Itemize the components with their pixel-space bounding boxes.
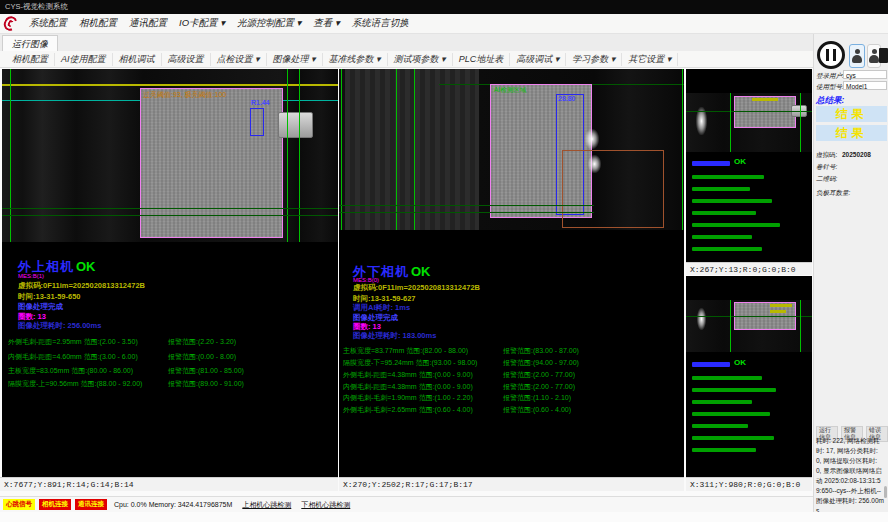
- threshold-overlay-label: 过亮阈值:93, 极亮阈值:100: [143, 90, 226, 100]
- preview-title-text: [692, 161, 730, 166]
- right-control-panel: 登录用户: cys 使用型号: Model1 总结果: 结果 结果 虚拟码: 2…: [813, 34, 888, 512]
- alarm-range: 报警范围:(2.00 - 77.00): [503, 370, 575, 380]
- menu-light-config[interactable]: 光源控制配置 ▾: [237, 17, 301, 30]
- edge-line-green: [730, 300, 731, 352]
- toolbar: 相机配置 AI使用配置 相机调试 高级设置 点检设置 ▾ 图像处理 ▾ 基准线参…: [0, 51, 813, 68]
- bottom-margin: [0, 512, 888, 522]
- reflection-highlight: [585, 129, 599, 149]
- tool-baseline-params[interactable]: 基准线参数 ▾: [323, 53, 388, 66]
- measurement-row: 主板宽度=83.77mm 范围:(82.00 - 88.00) 报警范围:(83…: [343, 346, 683, 356]
- preview-text-line: [692, 376, 762, 380]
- status-ok-label: OK: [76, 259, 96, 274]
- measure-marker-label: 28.80: [558, 95, 576, 102]
- camera-image-outer-upper[interactable]: 过亮阈值:93, 极亮阈值:100 R1.44: [2, 69, 338, 242]
- run-log-text: 耗时: 222, 网络检测耗时: 17, 网络分类耗时: 0, 网络提取分区耗时…: [816, 436, 884, 517]
- menu-camera-config[interactable]: 相机配置: [79, 17, 117, 30]
- preview-camera-top[interactable]: OK: [686, 69, 812, 262]
- camera-view-outer-upper[interactable]: 过亮阈值:93, 极亮阈值:100 R1.44 外上相机OK MES:B(1) …: [2, 69, 338, 477]
- threshold-overlay-mini: [752, 98, 778, 101]
- log-scrollbar[interactable]: [884, 486, 887, 498]
- measurement-value: 外侧毛刺-毛刺=2.65mm 范围:(0.60 - 4.00): [343, 406, 473, 413]
- tool-advanced-settings[interactable]: 高级设置: [162, 53, 211, 66]
- cpu-memory-readout: Cpu: 0.0% Memory: 3424.41796875M: [114, 501, 232, 508]
- measure-box-blue: [250, 108, 264, 136]
- measurement-value: 外侧毛刺-距图=4.38mm 范围:(0.00 - 9.00): [343, 371, 473, 378]
- preview-image-bottom[interactable]: [686, 300, 812, 352]
- camera-view-outer-lower[interactable]: AI检测区域 28.80 外下相机OK MES:B(0) 虚拟码:0F11im=…: [339, 69, 684, 477]
- login-user-input[interactable]: cys: [843, 70, 887, 79]
- alarm-range: 报警范围:(94.00 - 97.00): [503, 358, 579, 368]
- baseline-green: [686, 111, 812, 112]
- user-icon: [852, 49, 862, 64]
- preview-camera-bottom[interactable]: OK: [686, 276, 812, 477]
- mes-status-label: MES:B(1): [18, 273, 44, 279]
- camera-link-status-badge: 相机连接: [39, 499, 71, 510]
- tool-camera-debug[interactable]: 相机调试: [113, 53, 162, 66]
- camera-image-outer-lower[interactable]: AI检测区域 28.80: [339, 69, 684, 230]
- measurement-value: 隔膜宽度-上=90.56mm 范围:(88.00 - 92.00): [8, 380, 142, 387]
- tool-spotcheck-settings[interactable]: 点检设置 ▾: [211, 53, 267, 66]
- tool-learning-params[interactable]: 学习参数 ▾: [566, 53, 622, 66]
- preview-text-line: [692, 211, 756, 215]
- menu-system-config[interactable]: 系统配置: [29, 17, 67, 30]
- edge-line-green: [730, 93, 731, 152]
- measurement-value: 外侧毛刺-距图=2.95mm 范围:(2.00 - 3.50): [8, 338, 138, 345]
- ai-region-label: AI检测区域: [494, 86, 526, 95]
- measurement-value: 内侧毛刺-毛刺=1.90mm 范围:(1.00 - 2.20): [343, 394, 473, 401]
- coords-readout-mid: X:270;Y:2502;R:17;G:17;B:17: [339, 477, 684, 491]
- tool-camera-config[interactable]: 相机配置: [6, 53, 55, 66]
- alarm-range: 报警范围:(2.20 - 3.20): [168, 337, 236, 347]
- pause-button[interactable]: [817, 41, 845, 69]
- tool-test-item-params[interactable]: 测试项参数 ▾: [388, 53, 453, 66]
- measure-marker-label: R1.44: [251, 99, 270, 106]
- preview-text-line: [692, 199, 772, 203]
- lower-camera-heartbeat-link[interactable]: 下相机心跳检测: [301, 500, 350, 510]
- elapsed-label: 图像处理耗时: 183.00ms: [353, 331, 436, 341]
- tool-plc-address-table[interactable]: PLC地址表: [453, 53, 511, 66]
- measurement-value: 内侧毛刺-距图=4.60mm 范围:(3.00 - 6.00): [8, 353, 138, 360]
- preview-image-top[interactable]: [686, 93, 812, 152]
- menu-comm-config[interactable]: 通讯配置: [129, 17, 167, 30]
- measurement-value: 主板宽度=83.05mm 范围:(80.00 - 86.00): [8, 367, 133, 374]
- winding-pin-label: 卷针号:: [816, 163, 837, 172]
- anode-tab-count-label: 负极耳数量:: [816, 189, 850, 198]
- user-login-button[interactable]: [849, 44, 865, 68]
- virtual-code-value: 20250208: [842, 151, 871, 158]
- logout-button[interactable]: [878, 44, 888, 68]
- tool-other-settings[interactable]: 其它设置 ▾: [622, 53, 678, 66]
- coords-readout-left: X:7677;Y:891;R:14;G:14;B:14: [0, 477, 338, 491]
- menubar: 系统配置 相机配置 通讯配置 IO卡配置 ▾ 光源控制配置 ▾ 查看 ▾ 系统语…: [0, 14, 888, 34]
- model-input[interactable]: Model1: [843, 81, 887, 90]
- menu-language-switch[interactable]: 系统语言切换: [352, 17, 409, 30]
- edge-line-green: [800, 300, 801, 352]
- edge-line-green: [299, 69, 300, 242]
- exit-door-icon: [879, 48, 888, 63]
- label-overlay-mini: [770, 304, 792, 307]
- menu-view[interactable]: 查看 ▾: [313, 17, 339, 30]
- measurement-row: 隔膜宽度-上=90.56mm 范围:(88.00 - 92.00) 报警范围:(…: [8, 379, 338, 389]
- tool-ai-usage-config[interactable]: AI使用配置: [55, 53, 113, 66]
- heartbeat-status-badge: 心跳信号: [3, 499, 35, 510]
- barcode-label: 虚拟码:0F11im=2025020813312472B: [18, 281, 145, 291]
- processing-done-label: 图像处理完成: [18, 302, 63, 312]
- tool-advanced-debug[interactable]: 高级调试 ▾: [510, 53, 566, 66]
- measurement-value: 内侧毛刺-距图=4.38mm 范围:(0.00 - 9.00): [343, 383, 473, 390]
- status-ok-label: OK: [734, 358, 746, 367]
- virtual-code-label: 虚拟码:: [816, 151, 837, 160]
- reflection-highlight: [588, 155, 601, 173]
- status-ok-label: OK: [411, 264, 431, 279]
- edge-line-green: [10, 69, 11, 242]
- tab-run-image[interactable]: 运行图像: [2, 35, 58, 52]
- upper-camera-heartbeat-link[interactable]: 上相机心跳检测: [242, 500, 291, 510]
- titlebar: CYS-视觉检测系统: [0, 0, 888, 14]
- login-user-label: 登录用户:: [816, 72, 844, 81]
- preview-text-line: [692, 448, 756, 452]
- status-ok-label: OK: [734, 157, 746, 166]
- tool-image-processing[interactable]: 图像处理 ▾: [267, 53, 323, 66]
- edge-line-green: [800, 93, 801, 152]
- menu-io-config[interactable]: IO卡配置 ▾: [179, 17, 225, 30]
- tab-strip: 运行图像: [0, 34, 888, 52]
- connector-part: [278, 112, 313, 138]
- baseline-green: [339, 205, 594, 206]
- alarm-range: 报警范围:(2.00 - 77.00): [503, 382, 575, 392]
